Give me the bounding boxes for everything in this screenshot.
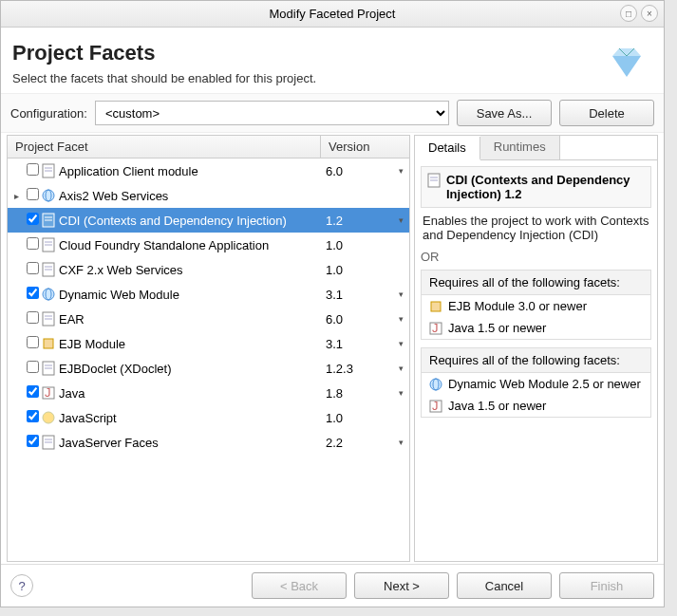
version-dropdown-icon[interactable]: ▾ [392, 215, 409, 225]
configuration-row: Configuration: <custom> Save As... Delet… [1, 93, 664, 133]
facet-name: CXF 2.x Web Services [57, 263, 326, 277]
js-icon [40, 411, 57, 424]
facet-name: CDI (Contexts and Dependency Injection) [57, 214, 326, 228]
facet-name: Dynamic Web Module [57, 288, 326, 302]
facet-version: 2.2 [326, 436, 392, 450]
cancel-button[interactable]: Cancel [457, 572, 552, 599]
detail-description: Enables the project to work with Context… [423, 214, 649, 242]
configuration-label: Configuration: [10, 106, 87, 121]
globe-icon [40, 288, 57, 301]
svg-marker-1 [612, 48, 641, 56]
facet-row[interactable]: CXF 2.x Web Services1.0 [8, 257, 409, 282]
facet-row[interactable]: EJB Module3.1▾ [8, 331, 409, 356]
facet-checkbox[interactable] [27, 188, 39, 200]
titlebar: Modify Faceted Project □ × [1, 1, 664, 28]
facet-checkbox[interactable] [27, 385, 39, 398]
facet-version: 1.0 [326, 263, 392, 277]
facet-checkbox[interactable] [27, 311, 39, 324]
java-icon: J [429, 400, 442, 413]
ejb-icon [429, 300, 442, 313]
doc-icon [40, 311, 57, 327]
tab-runtimes[interactable]: Runtimes [480, 136, 560, 159]
facet-row[interactable]: JavaServer Faces2.2▾ [8, 430, 409, 455]
facet-row[interactable]: Cloud Foundry Standalone Application1.0 [8, 233, 409, 257]
facet-name: Application Client module [57, 164, 326, 178]
facet-checkbox[interactable] [27, 410, 39, 422]
svg-point-7 [43, 190, 54, 201]
facet-row[interactable]: Application Client module6.0▾ [8, 159, 409, 183]
requirements-group-2: Requires all of the following facets: Dy… [421, 347, 651, 418]
facet-row[interactable]: CDI (Contexts and Dependency Injection)1… [8, 208, 409, 233]
finish-button[interactable]: Finish [559, 572, 654, 599]
column-header-version[interactable]: Version [321, 136, 409, 158]
facet-version: 1.0 [326, 411, 392, 425]
svg-marker-0 [612, 56, 641, 77]
facet-checkbox[interactable] [27, 435, 39, 447]
requirement-item: EJB Module 3.0 or newer [422, 295, 650, 317]
next-button[interactable]: Next > [354, 572, 449, 599]
facet-row[interactable]: ▸Axis2 Web Services [8, 183, 409, 208]
facet-row[interactable]: Dynamic Web Module3.1▾ [8, 282, 409, 307]
requirement-text: Dynamic Web Module 2.5 or newer [448, 377, 641, 391]
button-bar: ? < Back Next > Cancel Finish [1, 565, 664, 607]
facet-name: EAR [57, 312, 326, 327]
facet-table: Project Facet Version Application Client… [7, 135, 410, 562]
svg-point-18 [43, 289, 54, 300]
facet-row[interactable]: JJava1.8▾ [8, 381, 409, 405]
requirement-text: EJB Module 3.0 or newer [448, 299, 587, 313]
facet-row[interactable]: EJBDoclet (XDoclet)1.2.3▾ [8, 356, 409, 381]
requirement-text: Java 1.5 or newer [448, 321, 546, 335]
version-dropdown-icon[interactable]: ▾ [392, 388, 409, 398]
doc-icon [40, 262, 57, 277]
delete-button[interactable]: Delete [559, 100, 654, 126]
version-dropdown-icon[interactable]: ▾ [392, 314, 409, 324]
facet-checkbox[interactable] [27, 213, 39, 225]
facet-name: Cloud Foundry Standalone Application [57, 238, 326, 252]
facet-row[interactable]: EAR6.0▾ [8, 307, 409, 331]
facet-name: Java [57, 386, 326, 401]
configuration-select[interactable]: <custom> [95, 101, 449, 125]
svg-rect-36 [431, 302, 441, 311]
globe-icon [40, 189, 57, 202]
facet-row[interactable]: JavaScript1.0 [8, 405, 409, 430]
detail-title: CDI (Contexts and Dependency Injection) … [446, 173, 645, 201]
svg-point-39 [430, 379, 442, 390]
facet-version: 6.0 [326, 164, 392, 178]
facet-version: 1.8 [326, 386, 392, 401]
version-dropdown-icon[interactable]: ▾ [392, 166, 409, 176]
facet-checkbox[interactable] [27, 237, 39, 250]
facet-name: JavaScript [57, 411, 326, 425]
java-icon: J [40, 386, 57, 400]
close-icon[interactable]: × [641, 5, 658, 22]
facet-name: Axis2 Web Services [57, 189, 326, 203]
page-title: Project Facets [12, 41, 316, 65]
facet-version: 6.0 [326, 312, 392, 327]
version-dropdown-icon[interactable]: ▾ [392, 289, 409, 299]
tab-details[interactable]: Details [415, 137, 480, 160]
facet-checkbox[interactable] [27, 262, 39, 274]
doc-icon [40, 237, 57, 252]
column-header-name[interactable]: Project Facet [8, 136, 321, 158]
version-dropdown-icon[interactable]: ▾ [392, 364, 409, 373]
save-as-button[interactable]: Save As... [457, 100, 552, 126]
back-button[interactable]: < Back [252, 572, 347, 599]
help-icon[interactable]: ? [10, 574, 33, 597]
requirements-header: Requires all of the following facets: [422, 271, 650, 295]
facet-version: 3.1 [326, 288, 392, 302]
version-dropdown-icon[interactable]: ▾ [392, 339, 409, 348]
facet-checkbox[interactable] [27, 163, 39, 176]
version-dropdown-icon[interactable]: ▾ [392, 438, 409, 447]
facet-checkbox[interactable] [27, 336, 39, 348]
window-title: Modify Faceted Project [270, 7, 396, 21]
facet-name: JavaServer Faces [57, 436, 326, 450]
minimize-icon[interactable]: □ [620, 5, 637, 22]
dialog-header: Project Facets Select the facets that sh… [1, 28, 664, 93]
requirement-item: JJava 1.5 or newer [422, 317, 650, 339]
facet-name: EJBDoclet (XDoclet) [57, 362, 326, 376]
svg-text:J: J [45, 386, 51, 400]
doc-icon [427, 173, 441, 188]
facet-checkbox[interactable] [27, 361, 39, 373]
diamond-icon [607, 45, 647, 79]
expand-icon[interactable]: ▸ [8, 191, 25, 201]
facet-checkbox[interactable] [27, 287, 39, 299]
